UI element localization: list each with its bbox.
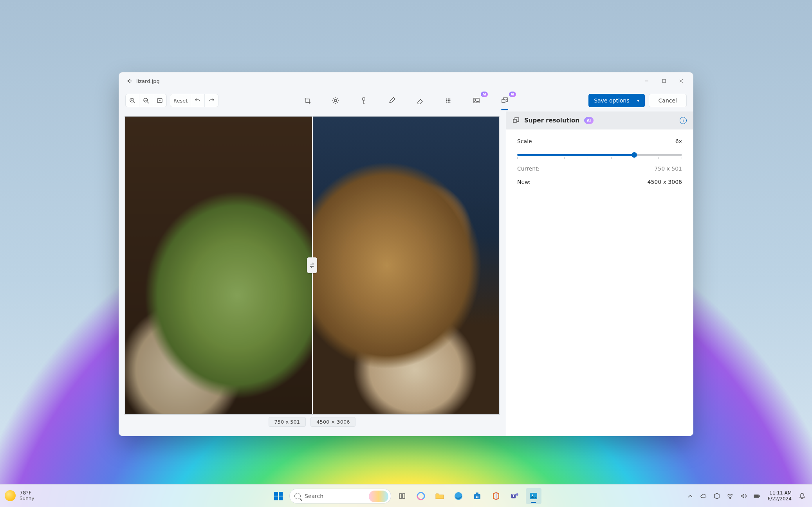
taskbar-clock[interactable]: 11:11 AM 6/22/2024: [765, 490, 794, 502]
weather-condition: Sunny: [20, 496, 34, 502]
erase-tool-button[interactable]: [413, 93, 428, 108]
scale-slider[interactable]: [517, 151, 682, 158]
filter-tool-button[interactable]: [356, 93, 371, 108]
m365-icon: [492, 492, 500, 500]
search-highlight-art: [369, 491, 388, 502]
volume-icon[interactable]: [738, 488, 749, 504]
store-button[interactable]: [469, 488, 485, 504]
battery-icon[interactable]: [752, 488, 762, 504]
zoom-in-button[interactable]: [126, 94, 139, 107]
photos-app-window: lizard.jpg Res: [119, 72, 693, 436]
svg-rect-1: [662, 79, 666, 83]
brightness-icon: [332, 97, 339, 104]
generative-erase-button[interactable]: AI: [469, 93, 484, 108]
zoom-group: [125, 94, 167, 107]
taskbar: 78°F Sunny Search: [0, 484, 812, 507]
markup-tool-button[interactable]: [384, 93, 399, 108]
weather-temp: 78°F: [20, 490, 34, 496]
adjust-tool-button[interactable]: [328, 93, 343, 108]
taskbar-search[interactable]: Search: [289, 489, 391, 503]
svg-rect-16: [474, 98, 479, 103]
file-name: lizard.jpg: [136, 78, 160, 84]
crop-tool-button[interactable]: [300, 93, 315, 108]
fit-to-window-button[interactable]: [153, 94, 166, 107]
svg-rect-39: [754, 495, 758, 497]
svg-point-7: [446, 99, 447, 99]
back-button[interactable]: [122, 72, 136, 90]
teams-button[interactable]: T: [507, 488, 523, 504]
compare-viewport[interactable]: [125, 116, 500, 415]
search-label: Search: [305, 493, 323, 499]
compare-handle[interactable]: [307, 257, 317, 273]
teams-icon: T: [511, 492, 519, 500]
svg-rect-27: [476, 496, 477, 497]
sun-icon: [5, 490, 16, 501]
m365-button[interactable]: [488, 488, 504, 504]
current-size-row: Current: 750 x 501: [517, 165, 682, 172]
windows-logo-icon: [274, 492, 283, 500]
before-image: [125, 117, 312, 414]
edge-button[interactable]: [451, 488, 466, 504]
wifi-icon[interactable]: [725, 488, 735, 504]
current-value: 750 x 501: [654, 165, 682, 172]
ai-badge: AI: [584, 117, 594, 124]
zoom-out-icon: [143, 97, 150, 104]
svg-point-9: [449, 99, 450, 99]
store-icon: [473, 492, 482, 500]
panel-title: Super resolution: [524, 117, 579, 124]
ai-badge: AI: [481, 92, 488, 97]
undo-button[interactable]: [191, 94, 205, 107]
redo-icon: [208, 97, 215, 104]
new-size-row: New: 4500 x 3006: [517, 179, 682, 185]
background-blur-button[interactable]: [441, 93, 456, 108]
clock-time: 11:11 AM: [767, 490, 792, 496]
title-bar: lizard.jpg: [119, 72, 693, 90]
minimise-button[interactable]: [638, 72, 655, 90]
save-options-button[interactable]: Save options ▾: [588, 94, 644, 107]
svg-point-5: [334, 99, 337, 102]
start-button[interactable]: [271, 488, 286, 504]
svg-rect-20: [399, 494, 402, 498]
svg-point-35: [532, 494, 533, 496]
task-view-button[interactable]: [394, 488, 410, 504]
battery-icon-svg: [753, 493, 760, 500]
maximise-button[interactable]: [655, 72, 673, 90]
edge-icon: [454, 492, 463, 500]
svg-point-8: [448, 99, 449, 99]
weather-widget[interactable]: 78°F Sunny: [5, 490, 34, 502]
redo-button[interactable]: [205, 94, 218, 107]
explorer-button[interactable]: [432, 488, 448, 504]
recall-icon[interactable]: [712, 488, 722, 504]
svg-rect-18: [502, 99, 505, 102]
copilot-button[interactable]: [413, 488, 429, 504]
dimension-chips: 750 x 501 4500 × 3006: [125, 415, 500, 427]
scale-value: 6x: [675, 138, 682, 144]
upscale-icon: [501, 97, 508, 104]
svg-rect-28: [478, 496, 479, 497]
reset-button[interactable]: Reset: [170, 94, 191, 107]
tray-chevron-button[interactable]: [685, 488, 695, 504]
zoom-out-button[interactable]: [139, 94, 153, 107]
new-label: New:: [517, 179, 531, 185]
svg-rect-38: [759, 496, 760, 497]
notifications-button[interactable]: [797, 488, 807, 504]
svg-rect-26: [476, 493, 478, 494]
super-resolution-button[interactable]: AI: [497, 93, 512, 108]
history-group: Reset: [170, 94, 218, 107]
hexagon-icon: [713, 493, 720, 500]
cancel-button[interactable]: Cancel: [649, 94, 687, 107]
svg-point-13: [446, 102, 447, 102]
eraser-icon: [417, 97, 424, 104]
photos-button[interactable]: [526, 488, 541, 504]
close-button[interactable]: [673, 72, 690, 90]
svg-rect-29: [476, 497, 477, 498]
speaker-icon: [740, 493, 747, 500]
scale-label: Scale: [517, 138, 532, 144]
svg-point-14: [448, 102, 449, 102]
onedrive-icon[interactable]: [698, 488, 709, 504]
svg-rect-6: [363, 98, 365, 100]
close-icon: [679, 79, 684, 83]
info-button[interactable]: i: [680, 117, 687, 124]
swap-icon: [309, 262, 316, 269]
svg-text:T: T: [512, 494, 515, 498]
